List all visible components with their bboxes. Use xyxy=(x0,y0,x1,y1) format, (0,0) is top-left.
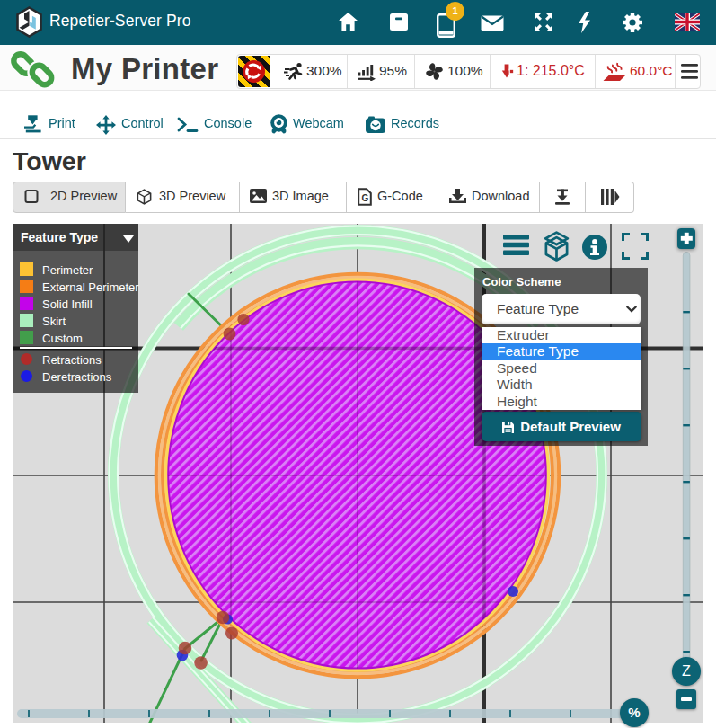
svg-text:G: G xyxy=(362,193,369,203)
